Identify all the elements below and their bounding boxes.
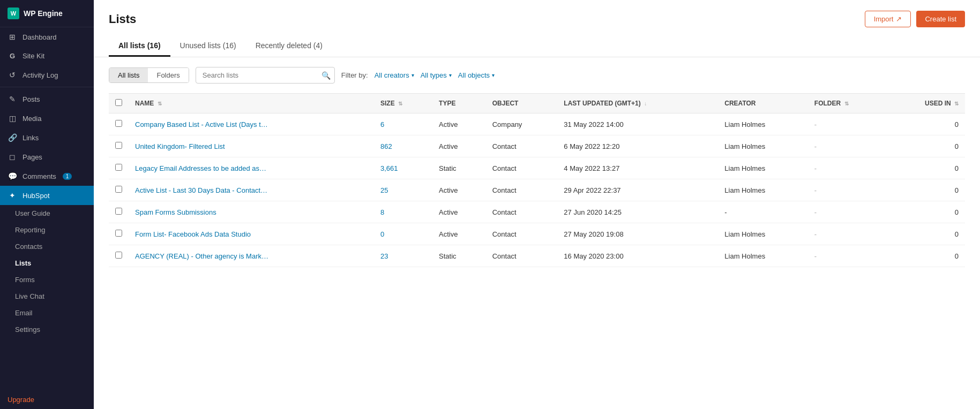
list-name-link[interactable]: Active List - Last 30 Days Data - Contac… (135, 186, 267, 194)
row-checkbox[interactable] (115, 252, 122, 259)
row-object: Contact (486, 157, 558, 179)
col-header-used-in[interactable]: USED IN ⇅ (887, 94, 965, 113)
col-header-size[interactable]: SIZE ⇅ (374, 94, 432, 113)
row-creator: Liam Holmes (718, 113, 808, 135)
sidebar-item-contacts[interactable]: Contacts (0, 238, 94, 255)
sidebar-item-label-settings: Settings (15, 325, 40, 334)
import-button[interactable]: Import ↗ (865, 11, 911, 27)
row-type: Active (432, 135, 486, 157)
list-name-link[interactable]: Legacy Email Addresses to be added as… (135, 164, 266, 172)
list-size: 862 (380, 142, 392, 150)
row-folder: - (808, 245, 887, 267)
sidebar-item-reporting[interactable]: Reporting (0, 222, 94, 238)
search-icon[interactable]: 🔍 (321, 71, 331, 80)
view-folders-button[interactable]: Folders (148, 68, 188, 82)
row-checkbox-cell (109, 223, 129, 245)
row-creator: Liam Holmes (718, 223, 808, 245)
select-all-checkbox[interactable] (115, 99, 122, 106)
list-size: 3,661 (380, 164, 398, 172)
wp-engine-logo-icon: W (8, 7, 19, 19)
create-list-button[interactable]: Create list (916, 11, 965, 27)
sidebar-item-label-forms: Forms (15, 276, 35, 284)
row-checkbox[interactable] (115, 164, 122, 171)
sidebar-item-email[interactable]: Email (0, 305, 94, 321)
row-checkbox[interactable] (115, 208, 122, 215)
table-row: Active List - Last 30 Days Data - Contac… (109, 179, 965, 201)
row-object: Contact (486, 201, 558, 223)
row-checkbox-cell (109, 179, 129, 201)
col-header-folder[interactable]: FOLDER ⇅ (808, 94, 887, 113)
import-external-icon: ↗ (896, 15, 902, 23)
folder-value: - (814, 252, 817, 260)
view-all-lists-button[interactable]: All lists (109, 68, 148, 82)
site-kit-icon: G (8, 52, 17, 60)
filter-all-objects[interactable]: All objects ▾ (458, 71, 495, 79)
sidebar-item-activity-log[interactable]: ↺ Activity Log (0, 65, 94, 85)
row-name: United Kingdom- Filtered List (129, 135, 374, 157)
sidebar-item-label-hubspot: HubSpot (23, 192, 50, 200)
row-checkbox[interactable] (115, 186, 122, 193)
row-type: Active (432, 201, 486, 223)
page-header: Lists Import ↗ Create list All lists (16… (94, 0, 980, 57)
list-name-link[interactable]: United Kingdom- Filtered List (135, 142, 225, 150)
sidebar-item-comments[interactable]: 💬 Comments 1 (0, 166, 94, 186)
col-header-last-updated[interactable]: LAST UPDATED (GMT+1) ↓ (557, 94, 718, 113)
row-folder: - (808, 113, 887, 135)
row-object: Contact (486, 223, 558, 245)
table-row: Spam Forms Submissions 8 Active Contact … (109, 201, 965, 223)
tab-unused-lists[interactable]: Unused lists (16) (170, 36, 246, 57)
row-name: Company Based List - Active List (Days t… (129, 113, 374, 135)
list-name-link[interactable]: Company Based List - Active List (Days t… (135, 120, 268, 128)
list-size: 23 (380, 252, 388, 260)
used-in-sort-icon: ⇅ (954, 101, 959, 107)
folder-value: - (814, 208, 817, 216)
row-size: 25 (374, 179, 432, 201)
col-header-creator: CREATOR (718, 94, 808, 113)
row-type: Active (432, 113, 486, 135)
row-name: Form List- Facebook Ads Data Studio (129, 223, 374, 245)
tab-recently-deleted[interactable]: Recently deleted (4) (246, 36, 332, 57)
row-size: 8 (374, 201, 432, 223)
sidebar-item-user-guide[interactable]: User Guide (0, 205, 94, 222)
row-name: AGENCY (REAL) - Other agency is Mark… (129, 245, 374, 267)
row-used-in: 0 (887, 245, 965, 267)
sidebar-item-site-kit[interactable]: G Site Kit (0, 47, 94, 65)
list-name-link[interactable]: Form List- Facebook Ads Data Studio (135, 230, 251, 238)
sidebar-item-forms[interactable]: Forms (0, 271, 94, 288)
all-types-label: All types (421, 71, 447, 79)
links-icon: 🔗 (8, 133, 17, 142)
sidebar-item-posts[interactable]: ✎ Posts (0, 89, 94, 109)
row-checkbox-cell (109, 157, 129, 179)
sidebar-item-dashboard[interactable]: ⊞ Dashboard (0, 27, 94, 47)
row-used-in: 0 (887, 135, 965, 157)
sidebar-item-hubspot[interactable]: ✦ HubSpot (0, 186, 94, 205)
filter-all-types[interactable]: All types ▾ (421, 71, 452, 79)
sidebar-item-live-chat[interactable]: Live Chat (0, 288, 94, 305)
filter-all-creators[interactable]: All creators ▾ (375, 71, 414, 79)
list-name-link[interactable]: Spam Forms Submissions (135, 208, 216, 216)
posts-icon: ✎ (8, 95, 17, 103)
list-name-link[interactable]: AGENCY (REAL) - Other agency is Mark… (135, 252, 268, 260)
tab-all-lists[interactable]: All lists (16) (109, 36, 170, 57)
import-button-label: Import (874, 15, 894, 23)
row-creator: - (718, 201, 808, 223)
table-row: United Kingdom- Filtered List 862 Active… (109, 135, 965, 157)
sidebar-item-lists[interactable]: Lists (0, 255, 94, 271)
row-checkbox-cell (109, 245, 129, 267)
col-header-type: TYPE (432, 94, 486, 113)
sidebar-item-pages[interactable]: ◻ Pages (0, 147, 94, 166)
row-checkbox[interactable] (115, 230, 122, 237)
col-header-name[interactable]: NAME ⇅ (129, 94, 374, 113)
row-checkbox[interactable] (115, 142, 122, 149)
sidebar-item-links[interactable]: 🔗 Links (0, 128, 94, 147)
row-last-updated: 27 May 2020 19:08 (557, 223, 718, 245)
row-checkbox[interactable] (115, 120, 122, 127)
search-input[interactable] (196, 67, 335, 84)
search-box: 🔍 (196, 67, 335, 84)
folder-value: - (814, 186, 817, 194)
sidebar-item-label-activity-log: Activity Log (23, 71, 58, 79)
row-last-updated: 16 May 2020 23:00 (557, 245, 718, 267)
sidebar-item-media[interactable]: ◫ Media (0, 109, 94, 128)
upgrade-link[interactable]: Upgrade (0, 390, 94, 409)
sidebar-item-settings[interactable]: Settings (0, 321, 94, 338)
